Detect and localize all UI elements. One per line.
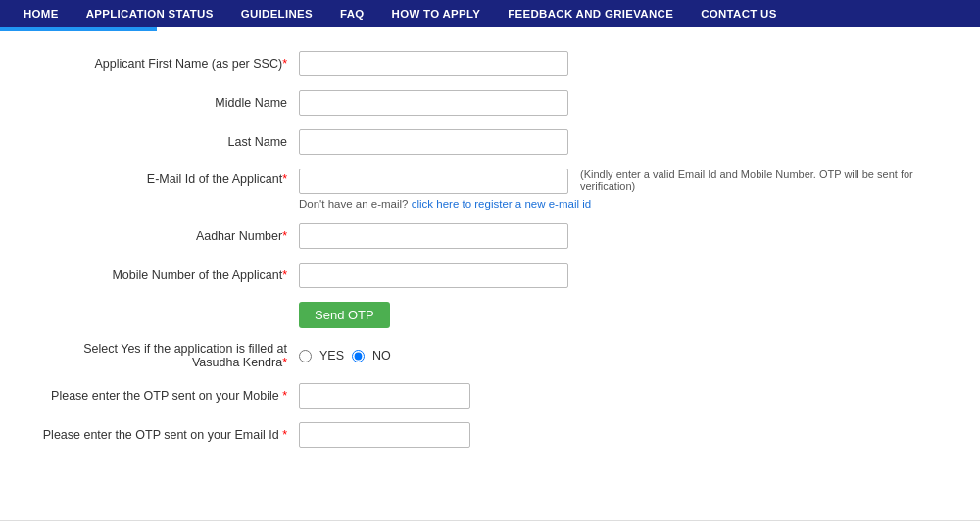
email-row: E-Mail Id of the Applicant* (Kindly ente…: [39, 169, 941, 194]
aadhar-input[interactable]: [299, 223, 568, 249]
aadhar-row: Aadhar Number*: [39, 223, 941, 249]
email-register-link[interactable]: click here to register a new e-mail id: [412, 198, 591, 210]
middle-name-row: Middle Name: [39, 90, 941, 116]
footer: Copyright ©2016 MNSSBY मुख पृष्ठ गोपनीय …: [0, 520, 980, 531]
middle-name-label: Middle Name: [39, 96, 299, 110]
otp-email-label: Please enter the OTP sent on your Email …: [39, 428, 299, 442]
email-input[interactable]: [299, 169, 568, 194]
email-input-wrapper: [299, 169, 568, 194]
middle-name-input[interactable]: [299, 90, 568, 116]
nav-feedback-grievance[interactable]: FEEDBACK AND GRIEVANCE: [494, 8, 687, 20]
first-name-row: Applicant First Name (as per SSC)*: [39, 51, 941, 76]
email-hint: (Kindly enter a valid Email Id and Mobil…: [580, 169, 941, 192]
nav-how-to-apply[interactable]: HOW TO APPLY: [378, 8, 495, 20]
otp-mobile-row: Please enter the OTP sent on your Mobile…: [39, 383, 941, 409]
mobile-row: Mobile Number of the Applicant*: [39, 263, 941, 288]
mobile-label: Mobile Number of the Applicant*: [39, 268, 299, 282]
vasudha-row: Select Yes if the application is filled …: [39, 342, 941, 369]
vasudha-radio-no[interactable]: [352, 350, 365, 362]
last-name-input[interactable]: [299, 129, 568, 155]
email-register-row: Don't have an e-mail? click here to regi…: [39, 198, 941, 210]
first-name-input[interactable]: [299, 51, 568, 76]
email-label: E-Mail Id of the Applicant*: [39, 169, 299, 186]
vasudha-radio-group: YES NO: [299, 349, 391, 362]
first-name-label: Applicant First Name (as per SSC)*: [39, 57, 299, 71]
nav-application-status[interactable]: APPLICATION STATUS: [73, 8, 227, 20]
mobile-input[interactable]: [299, 263, 568, 288]
vasudha-label: Select Yes if the application is filled …: [39, 342, 299, 369]
otp-mobile-label: Please enter the OTP sent on your Mobile…: [39, 389, 299, 403]
send-otp-button[interactable]: Send OTP: [299, 302, 390, 328]
otp-email-input[interactable]: [299, 422, 470, 448]
last-name-label: Last Name: [39, 135, 299, 149]
otp-email-row: Please enter the OTP sent on your Email …: [39, 422, 941, 448]
email-register-text: Don't have an e-mail? click here to regi…: [299, 198, 591, 210]
vasudha-yes-label: YES: [319, 349, 344, 362]
otp-mobile-input[interactable]: [299, 383, 470, 409]
nav-home[interactable]: HOME: [10, 8, 73, 20]
vasudha-no-label: NO: [372, 349, 391, 362]
nav-faq[interactable]: FAQ: [326, 8, 378, 20]
registration-form: Applicant First Name (as per SSC)* Middl…: [0, 31, 980, 481]
aadhar-label: Aadhar Number*: [39, 229, 299, 243]
last-name-row: Last Name: [39, 129, 941, 155]
nav-guidelines[interactable]: GUIDELINES: [227, 8, 326, 20]
vasudha-radio-yes[interactable]: [299, 350, 312, 362]
navigation: HOME APPLICATION STATUS GUIDELINES FAQ H…: [0, 0, 980, 27]
nav-contact-us[interactable]: CONTACT US: [687, 8, 791, 20]
